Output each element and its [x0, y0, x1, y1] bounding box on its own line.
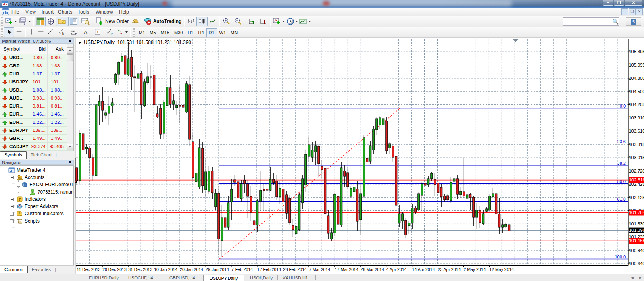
svg-text:104.800: 104.800 [629, 76, 644, 81]
svg-text:100.0: 100.0 [615, 254, 626, 259]
svg-text:23.6: 23.6 [617, 139, 626, 144]
svg-text:4 Apr 2014: 4 Apr 2014 [386, 267, 407, 272]
svg-text:100.940: 100.940 [629, 248, 644, 253]
svg-text:103.315: 103.315 [629, 142, 644, 147]
svg-text:A: A [84, 29, 87, 34]
svg-text:F: F [75, 32, 77, 35]
svg-text:11 Dec 2013: 11 Dec 2013 [77, 267, 100, 272]
svg-text:38.2: 38.2 [617, 161, 626, 166]
svg-text:µ: µ [111, 31, 113, 35]
svg-text:100.640: 100.640 [629, 261, 644, 266]
svg-text:50.0: 50.0 [617, 179, 626, 184]
svg-text:USDJPY,Daily 101.531 101.588: USDJPY,Daily 101.531 101.588 101.231 101… [84, 40, 191, 45]
svg-text:10 Jan 2014: 10 Jan 2014 [154, 267, 177, 272]
svg-text:101.530: 101.530 [629, 221, 644, 226]
svg-text:101.165: 101.165 [629, 238, 644, 243]
svg-text:26 Feb 2014: 26 Feb 2014 [283, 267, 307, 272]
svg-text:61.8: 61.8 [617, 197, 626, 202]
svg-text:7 Feb 2014: 7 Feb 2014 [231, 267, 253, 272]
svg-text:17 Feb 2014: 17 Feb 2014 [257, 267, 281, 272]
svg-text:20 Dec 2013: 20 Dec 2013 [102, 267, 127, 272]
svg-text:12 May 2014: 12 May 2014 [490, 267, 514, 272]
svg-text:105.095: 105.095 [629, 62, 644, 67]
svg-text:0.0: 0.0 [620, 104, 626, 108]
svg-text:7 Mar 2014: 7 Mar 2014 [309, 267, 330, 272]
svg-text:102.720: 102.720 [629, 169, 644, 173]
svg-text:103.015: 103.015 [629, 155, 644, 160]
svg-text:103.910: 103.910 [629, 115, 644, 120]
svg-text:E: E [62, 32, 64, 35]
svg-text:23 Apr 2014: 23 Apr 2014 [438, 267, 461, 272]
svg-text:102.125: 102.125 [629, 195, 644, 200]
svg-text:14 Apr 2014: 14 Apr 2014 [412, 267, 435, 272]
svg-text:103.610: 103.610 [629, 129, 644, 133]
svg-text:T: T [96, 29, 99, 34]
svg-text:105.395: 105.395 [629, 49, 644, 54]
svg-text:2 May 2014: 2 May 2014 [464, 267, 486, 272]
svg-text:17 Mar 2014: 17 Mar 2014 [335, 267, 358, 272]
svg-text:101.390: 101.390 [629, 228, 644, 233]
svg-text:102.516: 102.516 [629, 177, 644, 182]
svg-text:101.784: 101.784 [629, 210, 644, 215]
svg-text:26 Mar 2014: 26 Mar 2014 [361, 267, 384, 272]
svg-text:104.500: 104.500 [629, 89, 644, 94]
svg-text:104.205: 104.205 [629, 102, 644, 107]
svg-text:29 Jan 2014: 29 Jan 2014 [206, 267, 229, 272]
svg-text:31 Dec 2013: 31 Dec 2013 [128, 267, 152, 272]
svg-text:20 Jan 2014: 20 Jan 2014 [180, 267, 203, 272]
